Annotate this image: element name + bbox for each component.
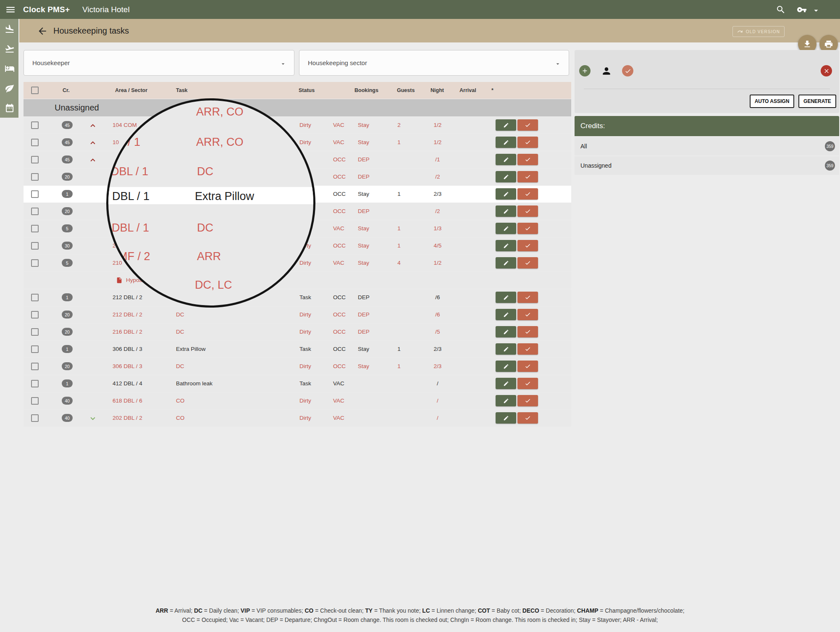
cell-booking: Stay xyxy=(358,358,369,375)
table-row[interactable]: 20306 DBL / 3DCDirtyOCCStay12/3 xyxy=(24,358,571,375)
row-checkbox[interactable] xyxy=(31,397,39,405)
complete-task-button[interactable] xyxy=(517,292,538,303)
credit-row-all[interactable]: All359 xyxy=(575,137,839,155)
generate-button[interactable]: GENERATE xyxy=(798,95,836,108)
note-row[interactable]: Hypoa xyxy=(24,272,571,289)
chevron-up-icon[interactable] xyxy=(87,155,98,166)
cell-occ: VAC xyxy=(333,410,344,427)
row-checkbox[interactable] xyxy=(31,311,39,319)
edit-task-button[interactable] xyxy=(496,188,516,200)
complete-task-button[interactable] xyxy=(517,395,538,406)
table-row[interactable]: 1306 DBL / 3Extra PillowTaskOCCStay12/3 xyxy=(24,341,571,358)
row-checkbox[interactable] xyxy=(31,414,39,422)
old-version-label: OLD VERSION xyxy=(746,29,780,34)
row-checkbox[interactable] xyxy=(31,363,39,370)
table-row[interactable]: 20212 DBL / 2DCDirtyOCCDEP/6 xyxy=(24,306,571,323)
row-checkbox[interactable] xyxy=(31,190,39,198)
row-checkbox[interactable] xyxy=(31,328,39,336)
edit-task-button[interactable] xyxy=(496,412,516,424)
edit-task-button[interactable] xyxy=(496,309,516,320)
complete-task-button[interactable] xyxy=(517,119,538,131)
edit-task-button[interactable] xyxy=(496,240,516,251)
person-icon[interactable] xyxy=(601,65,612,76)
row-checkbox[interactable] xyxy=(31,345,39,353)
edit-task-button[interactable] xyxy=(496,171,516,182)
complete-task-button[interactable] xyxy=(517,154,538,165)
row-checkbox[interactable] xyxy=(31,156,39,163)
chevron-up-icon[interactable] xyxy=(87,120,98,131)
row-checkbox[interactable] xyxy=(31,380,39,387)
complete-task-button[interactable] xyxy=(517,240,538,251)
close-icon[interactable] xyxy=(821,65,832,76)
cell-area: 412 DBL / 4 xyxy=(113,375,142,392)
cell-occ: OCC xyxy=(333,151,346,168)
old-version-button[interactable]: OLD VERSION xyxy=(732,26,785,37)
complete-task-button[interactable] xyxy=(517,137,538,148)
column-header-task: Task xyxy=(176,82,188,99)
group-row-unassigned[interactable]: Unassigned xyxy=(24,99,571,116)
chevron-up-icon[interactable] xyxy=(87,137,98,148)
row-checkbox[interactable] xyxy=(31,139,39,146)
credit-row-unassigned[interactable]: Unassigned359 xyxy=(575,156,839,175)
magnified-text: DBL / 1 xyxy=(112,190,150,203)
sidebar-item-leaf[interactable] xyxy=(0,78,19,98)
row-checkbox[interactable] xyxy=(31,294,39,301)
table-row[interactable]: 1212 DBL / 2TaskOCCDEP/6 xyxy=(24,289,571,306)
edit-task-button[interactable] xyxy=(496,343,516,355)
chevron-down-icon[interactable] xyxy=(810,4,822,17)
row-checkbox[interactable] xyxy=(31,173,39,181)
edit-task-button[interactable] xyxy=(496,205,516,217)
edit-task-button[interactable] xyxy=(496,361,516,372)
credit-count-badge: 359 xyxy=(825,141,835,151)
sidebar-item-flight-land[interactable] xyxy=(0,19,19,39)
legend: ARR = Arrival; DC = Daily clean; VIP = V… xyxy=(0,606,840,625)
edit-task-button[interactable] xyxy=(496,257,516,269)
complete-task-button[interactable] xyxy=(517,309,538,320)
edit-task-button[interactable] xyxy=(496,395,516,406)
auto-assign-button[interactable]: AUTO ASSIGN xyxy=(750,95,794,108)
complete-task-button[interactable] xyxy=(517,223,538,234)
edit-task-button[interactable] xyxy=(496,326,516,337)
row-checkbox[interactable] xyxy=(31,208,39,215)
edit-task-button[interactable] xyxy=(496,154,516,165)
magnified-text: ARR, CO xyxy=(196,136,244,149)
cell-area: 618 DBL / 6 xyxy=(113,392,142,409)
table-row[interactable]: 45104 COMDirtyVACStay21/2 xyxy=(24,117,571,134)
cell-booking: Stay xyxy=(358,134,369,151)
table-row[interactable]: 40618 DBL / 6CODirtyVAC/ xyxy=(24,392,571,409)
complete-task-button[interactable] xyxy=(517,361,538,372)
row-checkbox[interactable] xyxy=(31,121,39,129)
back-arrow-icon[interactable] xyxy=(37,26,48,37)
select-all-checkbox[interactable] xyxy=(31,87,39,94)
complete-task-button[interactable] xyxy=(517,205,538,217)
key-icon[interactable] xyxy=(795,3,808,16)
edit-task-button[interactable] xyxy=(496,378,516,389)
search-icon[interactable] xyxy=(774,3,787,16)
complete-task-button[interactable] xyxy=(517,326,538,337)
row-checkbox[interactable] xyxy=(31,259,39,267)
edit-task-button[interactable] xyxy=(496,223,516,234)
sidebar-item-calendar[interactable] xyxy=(0,98,19,118)
table-row[interactable]: 1412 DBL / 4Bathroom leakTaskVAC/ xyxy=(24,375,571,392)
housekeeper-select[interactable]: Housekeeper xyxy=(24,50,294,76)
edit-task-button[interactable] xyxy=(496,119,516,131)
edit-task-button[interactable] xyxy=(496,137,516,148)
row-checkbox[interactable] xyxy=(31,242,39,250)
sidebar-item-bed[interactable] xyxy=(0,58,19,78)
add-icon[interactable] xyxy=(579,65,591,76)
complete-task-button[interactable] xyxy=(517,412,538,424)
complete-task-button[interactable] xyxy=(517,257,538,269)
chevron-down-icon[interactable] xyxy=(87,413,98,424)
complete-task-button[interactable] xyxy=(517,378,538,389)
sector-select[interactable]: Housekeeping sector xyxy=(299,50,569,76)
sidebar-item-flight-takeoff[interactable] xyxy=(0,39,19,58)
complete-task-button[interactable] xyxy=(517,188,538,200)
table-row[interactable]: 20216 DBL / 2DCDirtyOCCDEP/5 xyxy=(24,324,571,340)
row-checkbox[interactable] xyxy=(31,225,39,232)
menu-icon[interactable] xyxy=(4,3,17,16)
table-row[interactable]: 40202 DBL / 2CODirtyVAC/ xyxy=(24,410,571,427)
complete-task-button[interactable] xyxy=(517,171,538,182)
complete-task-button[interactable] xyxy=(517,343,538,355)
edit-task-button[interactable] xyxy=(496,292,516,303)
check-circle-icon[interactable] xyxy=(622,65,633,76)
